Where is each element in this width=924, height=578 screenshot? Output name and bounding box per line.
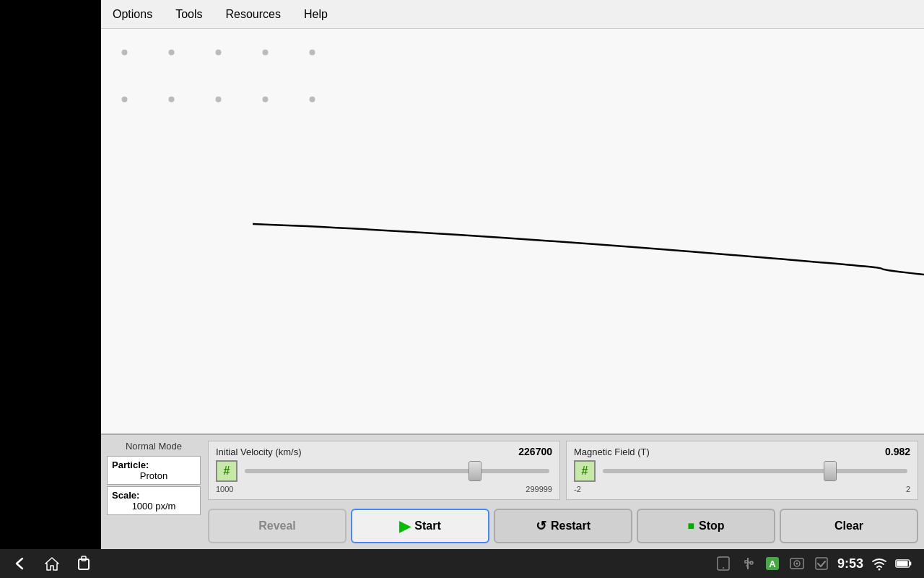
svg-rect-20 bbox=[897, 561, 907, 566]
sliders-section: Initial Velocity (km/s) 226700 # 1000 29… bbox=[208, 441, 918, 543]
magnetic-label: Magnetic Field (T) bbox=[574, 447, 650, 457]
velocity-value: 226700 bbox=[518, 446, 552, 457]
scale-info-box: Scale: 1000 px/m bbox=[107, 486, 201, 515]
svg-point-18 bbox=[879, 569, 881, 571]
wifi-icon bbox=[871, 555, 888, 572]
magnetic-hash-button[interactable]: # bbox=[574, 460, 596, 482]
menu-options[interactable]: Options bbox=[108, 5, 157, 24]
stop-icon: ■ bbox=[687, 519, 694, 532]
status-bar: A 9:53 bbox=[0, 549, 924, 578]
app-icon: A bbox=[764, 555, 781, 572]
svg-rect-21 bbox=[910, 561, 912, 565]
svg-text:A: A bbox=[769, 558, 776, 569]
magnetic-value: 0.982 bbox=[885, 446, 910, 457]
status-icons-left bbox=[12, 555, 92, 572]
start-button[interactable]: ▶ Start bbox=[351, 509, 489, 543]
trajectory-line bbox=[101, 29, 924, 462]
velocity-thumb[interactable] bbox=[468, 461, 481, 481]
left-panel bbox=[0, 0, 101, 578]
svg-rect-8 bbox=[745, 561, 748, 563]
menu-bar: Options Tools Resources Help bbox=[101, 0, 924, 29]
magnetic-max: 2 bbox=[906, 485, 910, 493]
status-time: 9:53 bbox=[837, 556, 863, 571]
velocity-slider-row: Initial Velocity (km/s) 226700 # 1000 29… bbox=[208, 441, 560, 500]
back-icon[interactable] bbox=[12, 555, 29, 572]
magnetic-slider-row: Magnetic Field (T) 0.982 # -2 2 bbox=[566, 441, 918, 500]
velocity-track[interactable] bbox=[245, 469, 549, 473]
menu-resources[interactable]: Resources bbox=[222, 5, 285, 24]
svg-point-6 bbox=[723, 567, 724, 569]
mode-label: Normal Mode bbox=[107, 441, 201, 452]
buttons-row: Reveal ▶ Start ↺ Restart ■ Stop Clear bbox=[208, 509, 918, 543]
magnetic-min: -2 bbox=[574, 485, 581, 493]
velocity-slider-controls: # bbox=[216, 460, 552, 482]
tablet-icon bbox=[715, 555, 732, 572]
stop-button[interactable]: ■ Stop bbox=[637, 509, 775, 543]
scale-value: 1000 px/m bbox=[112, 501, 196, 512]
particle-value: Proton bbox=[112, 470, 196, 481]
menu-tools[interactable]: Tools bbox=[171, 5, 206, 24]
usb-icon bbox=[739, 555, 757, 572]
home-icon[interactable] bbox=[43, 555, 61, 572]
status-icons-right: A 9:53 bbox=[715, 555, 912, 572]
velocity-range: 1000 299999 bbox=[216, 485, 552, 493]
magnetic-thumb[interactable] bbox=[824, 461, 837, 481]
control-panel: Normal Mode Particle: Proton Scale: 1000… bbox=[101, 434, 924, 549]
svg-marker-2 bbox=[45, 558, 58, 570]
magnetic-track[interactable] bbox=[603, 469, 907, 473]
menu-help[interactable]: Help bbox=[300, 5, 332, 24]
magnetic-range: -2 2 bbox=[574, 485, 910, 493]
particle-scale-box: Normal Mode Particle: Proton Scale: 1000… bbox=[107, 441, 201, 543]
velocity-hash-button[interactable]: # bbox=[216, 460, 237, 482]
particle-label: Particle: bbox=[112, 460, 196, 470]
clear-button[interactable]: Clear bbox=[780, 509, 918, 543]
velocity-max: 299999 bbox=[526, 485, 552, 493]
svg-point-16 bbox=[796, 563, 798, 565]
photo-icon bbox=[788, 555, 806, 572]
scale-label: Scale: bbox=[112, 490, 196, 501]
checkbox-icon bbox=[813, 555, 830, 572]
simulation-canvas[interactable] bbox=[101, 29, 924, 462]
start-icon: ▶ bbox=[399, 517, 410, 535]
velocity-min: 1000 bbox=[216, 485, 233, 493]
reveal-button[interactable]: Reveal bbox=[208, 509, 346, 543]
restart-icon: ↺ bbox=[536, 518, 546, 534]
restart-button[interactable]: ↺ Restart bbox=[494, 509, 632, 543]
particle-info-box: Particle: Proton bbox=[107, 456, 201, 485]
svg-line-10 bbox=[748, 562, 751, 563]
magnetic-slider-controls: # bbox=[574, 460, 910, 482]
battery-icon bbox=[895, 555, 912, 572]
velocity-label: Initial Velocity (km/s) bbox=[216, 447, 301, 457]
recents-icon[interactable] bbox=[75, 555, 92, 572]
